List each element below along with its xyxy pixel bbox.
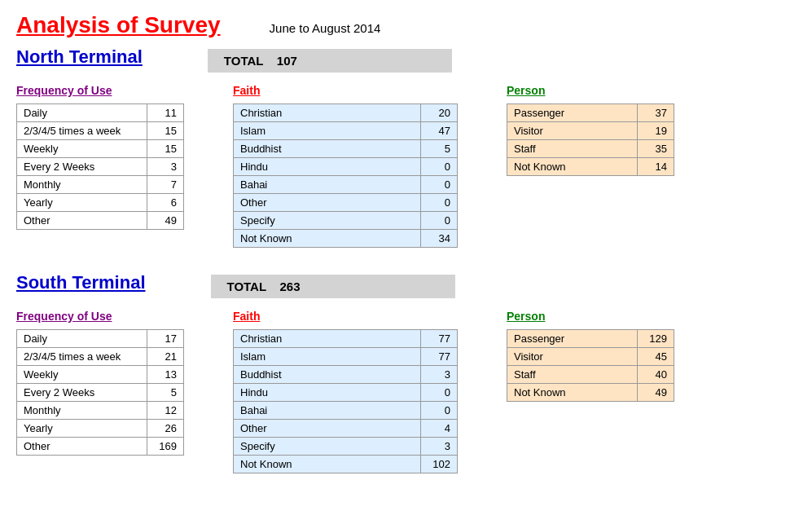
row-label: Staff (507, 366, 638, 384)
table-row: Yearly26 (17, 420, 184, 438)
table-row: Weekly13 (17, 366, 184, 384)
north-data-section: Frequency of Use Daily112/3/4/5 times a … (16, 84, 796, 248)
table-row: 2/3/4/5 times a week21 (17, 348, 184, 366)
row-value: 0 (421, 194, 458, 212)
row-value: 37 (638, 104, 674, 122)
row-label: Daily (17, 330, 147, 348)
row-value: 129 (638, 330, 674, 348)
row-value: 3 (421, 438, 458, 456)
row-label: Christian (234, 104, 421, 122)
row-value: 169 (147, 438, 184, 456)
row-value: 17 (147, 330, 184, 348)
table-row: Other4 (234, 420, 458, 438)
row-label: Other (17, 212, 147, 230)
row-label: Visitor (507, 122, 638, 140)
south-person-block: Person Passenger129Visitor45Staff40Not K… (507, 310, 674, 473)
north-person-block: Person Passenger37Visitor19Staff35Not Kn… (507, 84, 674, 248)
row-label: Other (17, 438, 147, 456)
row-value: 0 (421, 158, 458, 176)
row-value: 15 (147, 140, 184, 158)
table-row: Passenger129 (507, 330, 674, 348)
row-value: 0 (421, 384, 458, 402)
table-row: Staff35 (507, 140, 674, 158)
row-label: Christian (234, 330, 421, 348)
row-value: 19 (638, 122, 674, 140)
row-label: Every 2 Weeks (17, 158, 147, 176)
row-label: Specify (234, 438, 421, 456)
south-person-table: Passenger129Visitor45Staff40Not Known49 (507, 329, 674, 402)
south-person-label: Person (507, 310, 674, 323)
north-total-box: TOTAL 107 (208, 49, 452, 73)
table-row: Yearly6 (17, 194, 184, 212)
row-label: Bahai (234, 402, 421, 420)
row-value: 49 (638, 384, 674, 402)
table-row: Every 2 Weeks5 (17, 384, 184, 402)
table-row: Not Known34 (234, 230, 458, 248)
table-row: Passenger37 (507, 104, 674, 122)
table-row: Daily17 (17, 330, 184, 348)
row-value: 49 (147, 212, 184, 230)
row-value: 13 (147, 366, 184, 384)
table-row: Bahai0 (234, 402, 458, 420)
north-total-value: 107 (277, 54, 297, 68)
north-total-label: TOTAL (224, 54, 263, 68)
row-value: 6 (147, 194, 184, 212)
row-value: 5 (421, 140, 458, 158)
row-label: Staff (507, 140, 638, 158)
row-value: 5 (147, 384, 184, 402)
row-label: 2/3/4/5 times a week (17, 122, 147, 140)
south-frequency-label: Frequency of Use (16, 310, 184, 323)
north-frequency-label: Frequency of Use (16, 84, 184, 97)
row-value: 47 (421, 122, 458, 140)
north-person-label: Person (507, 84, 674, 97)
row-label: Weekly (17, 366, 147, 384)
table-row: Buddhist3 (234, 366, 458, 384)
north-terminal-section: North Terminal TOTAL 107 Frequency of Us… (16, 46, 796, 248)
table-row: Hindu0 (234, 384, 458, 402)
row-value: 12 (147, 402, 184, 420)
row-label: Daily (17, 104, 147, 122)
south-terminal-section: South Terminal TOTAL 263 Frequency of Us… (16, 272, 796, 473)
row-value: 0 (421, 176, 458, 194)
row-label: 2/3/4/5 times a week (17, 348, 147, 366)
south-faith-label: Faith (233, 310, 458, 323)
table-row: Not Known49 (507, 384, 674, 402)
row-label: Passenger (507, 104, 638, 122)
table-row: Not Known102 (234, 456, 458, 473)
table-row: Staff40 (507, 366, 674, 384)
row-label: Islam (234, 348, 421, 366)
row-value: 15 (147, 122, 184, 140)
row-label: Other (234, 420, 421, 438)
table-row: Bahai0 (234, 176, 458, 194)
south-total-value: 263 (280, 280, 301, 293)
page-title: Analysis of Survey (16, 12, 221, 38)
north-frequency-block: Frequency of Use Daily112/3/4/5 times a … (16, 84, 184, 248)
north-person-table: Passenger37Visitor19Staff35Not Known14 (507, 103, 674, 176)
south-terminal-title: South Terminal (16, 272, 146, 293)
row-value: 45 (638, 348, 674, 366)
table-row: Other169 (17, 438, 184, 456)
north-faith-label: Faith (233, 84, 458, 97)
row-label: Not Known (507, 158, 638, 176)
row-value: 21 (147, 348, 184, 366)
table-row: Every 2 Weeks3 (17, 158, 184, 176)
row-label: Hindu (234, 384, 421, 402)
row-label: Specify (234, 212, 421, 230)
row-label: Buddhist (234, 140, 421, 158)
table-row: Daily11 (17, 104, 184, 122)
table-row: Buddhist5 (234, 140, 458, 158)
row-value: 35 (638, 140, 674, 158)
row-value: 77 (421, 330, 458, 348)
table-row: Not Known14 (507, 158, 674, 176)
north-terminal-title: North Terminal (16, 46, 143, 68)
table-row: Other0 (234, 194, 458, 212)
row-label: Not Known (234, 230, 421, 248)
row-value: 0 (421, 212, 458, 230)
row-label: Monthly (17, 176, 147, 194)
table-row: Weekly15 (17, 140, 184, 158)
row-value: 11 (147, 104, 184, 122)
row-value: 3 (147, 158, 184, 176)
table-row: Visitor19 (507, 122, 674, 140)
row-value: 40 (638, 366, 674, 384)
row-value: 3 (421, 366, 458, 384)
